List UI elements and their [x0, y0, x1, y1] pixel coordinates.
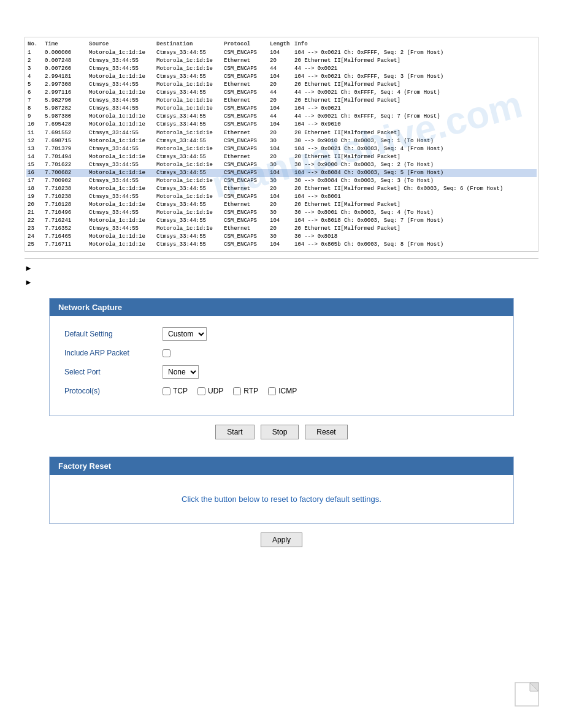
factory-reset-box: Factory Reset Click the button below to … [49, 457, 514, 524]
row-source: Ctmsys_33:44:55 [89, 161, 156, 169]
table-row: 42.994181Motorola_1c:1d:1eCtmsys_33:44:5… [26, 73, 537, 81]
row-protocol: CSM_ENCAPS [224, 241, 270, 249]
row-protocol: Ethernet [224, 97, 270, 105]
row-destination: Ctmsys_33:44:55 [156, 113, 224, 121]
row-info: 20 Ethernet II[Malformed Packet] [294, 153, 535, 161]
include-arp-checkbox[interactable] [163, 349, 170, 357]
tcp-checkbox[interactable] [163, 387, 170, 395]
row-protocol: CSM_ENCAPS [224, 169, 270, 177]
divider-1 [25, 258, 538, 259]
row-source: Ctmsys_33:44:55 [89, 129, 156, 137]
row-destination: Ctmsys_33:44:55 [156, 121, 224, 129]
table-row: 157.701622Ctmsys_33:44:55Motorola_1c:1d:… [26, 161, 537, 169]
row-length: 20 [270, 57, 294, 65]
arrow-right-icon-1: ► [25, 264, 33, 273]
arrow-item-2[interactable]: ► [25, 278, 538, 287]
row-info: 44 --> 0x0021 Ch: 0xFFFF, Seq: 4 (From H… [294, 89, 535, 97]
row-destination: Motorola_1c:1d:1e [156, 145, 224, 153]
icmp-protocol-item: ICMP [268, 387, 297, 395]
row-length: 104 [270, 193, 294, 201]
apply-button[interactable]: Apply [261, 533, 302, 547]
row-info: 30 --> 0x8001 Ch: 0x0003, Seq: 4 (To Hos… [294, 209, 535, 217]
row-time: 2.997308 [45, 81, 89, 89]
select-port-select[interactable]: None WAN LAN [163, 365, 199, 379]
row-source: Ctmsys_33:44:55 [89, 105, 156, 113]
row-info: 30 --> 0x8018 [294, 233, 535, 241]
table-row: 167.700682Motorola_1c:1d:1eCtmsys_33:44:… [26, 169, 537, 177]
row-protocol: Ethernet [224, 185, 270, 193]
row-time: 7.716241 [45, 217, 89, 225]
rtp-checkbox[interactable] [233, 387, 241, 395]
reset-button[interactable]: Reset [305, 425, 347, 439]
row-source: Ctmsys_33:44:55 [89, 81, 156, 89]
col-header-destination: Destination [156, 40, 224, 48]
include-arp-label: Include ARP Packet [64, 349, 163, 357]
row-protocol: CSM_ENCAPS [224, 209, 270, 217]
tcp-protocol-item: TCP [163, 387, 188, 395]
select-port-label: Select Port [64, 368, 163, 376]
arrow-right-icon-2: ► [25, 278, 33, 287]
table-row: 127.698715Motorola_1c:1d:1eCtmsys_33:44:… [26, 137, 537, 145]
table-row: 247.716465Motorola_1c:1d:1eCtmsys_33:44:… [26, 233, 537, 241]
row-no: 1 [28, 49, 45, 57]
row-time: 7.701379 [45, 145, 89, 153]
row-destination: Ctmsys_33:44:55 [156, 137, 224, 145]
row-source: Motorola_1c:1d:1e [89, 241, 156, 249]
row-protocol: Ethernet [224, 201, 270, 209]
row-info: 20 Ethernet II[Malformed Packet] [294, 57, 535, 65]
udp-checkbox[interactable] [197, 387, 205, 395]
row-time: 5.987380 [45, 113, 89, 121]
stop-button[interactable]: Stop [261, 425, 299, 439]
row-length: 30 [270, 161, 294, 169]
col-header-protocol: Protocol [224, 40, 270, 48]
network-capture-body: Default Setting Custom VoIP Data Include… [50, 316, 513, 415]
row-no: 21 [28, 209, 45, 217]
default-setting-label: Default Setting [64, 330, 163, 338]
row-length: 30 [270, 177, 294, 185]
arrow-item-1[interactable]: ► [25, 264, 538, 273]
row-time: 7.710238 [45, 185, 89, 193]
row-no: 24 [28, 233, 45, 241]
row-time: 7.698715 [45, 137, 89, 145]
row-source: Ctmsys_33:44:55 [89, 193, 156, 201]
row-length: 104 [270, 73, 294, 81]
row-destination: Ctmsys_33:44:55 [156, 73, 224, 81]
row-no: 13 [28, 145, 45, 153]
row-length: 44 [270, 113, 294, 121]
rtp-protocol-item: RTP [233, 387, 258, 395]
row-no: 15 [28, 161, 45, 169]
row-info: 30 --> 0x9000 Ch: 0x0003, Seq: 2 (To Hos… [294, 161, 535, 169]
include-arp-control [163, 349, 170, 357]
col-header-time: Time [45, 40, 89, 48]
table-row: 257.716711Motorola_1c:1d:1eCtmsys_33:44:… [26, 241, 537, 249]
default-setting-row: Default Setting Custom VoIP Data [64, 327, 499, 341]
row-destination: Motorola_1c:1d:1e [156, 161, 224, 169]
row-protocol: Ethernet [224, 81, 270, 89]
row-source: Motorola_1c:1d:1e [89, 113, 156, 121]
default-setting-select[interactable]: Custom VoIP Data [163, 327, 207, 341]
row-source: Motorola_1c:1d:1e [89, 73, 156, 81]
row-protocol: CSM_ENCAPS [224, 145, 270, 153]
row-no: 7 [28, 97, 45, 105]
row-source: Ctmsys_33:44:55 [89, 57, 156, 65]
table-row: 75.982790Ctmsys_33:44:55Motorola_1c:1d:1… [26, 97, 537, 105]
row-length: 20 [270, 97, 294, 105]
row-destination: Motorola_1c:1d:1e [156, 209, 224, 217]
network-capture-box: Network Capture Default Setting Custom V… [49, 298, 514, 416]
row-length: 30 [270, 209, 294, 217]
start-button[interactable]: Start [215, 425, 254, 439]
row-source: Ctmsys_33:44:55 [89, 177, 156, 185]
row-info: 44 --> 0x0021 [294, 65, 535, 73]
table-row: 237.716352Ctmsys_33:44:55Motorola_1c:1d:… [26, 225, 537, 233]
table-row: 137.701379Ctmsys_33:44:55Motorola_1c:1d:… [26, 145, 537, 153]
table-row: 95.987380Motorola_1c:1d:1eCtmsys_33:44:5… [26, 113, 537, 121]
row-no: 5 [28, 81, 45, 89]
icmp-checkbox[interactable] [268, 387, 276, 395]
row-protocol: Ethernet [224, 129, 270, 137]
row-length: 20 [270, 185, 294, 193]
row-info: 104 --> 0x805b Ch: 0x0003, Seq: 8 (From … [294, 241, 535, 249]
row-info: 104 --> 0x8018 Ch: 0x0003, Seq: 7 (From … [294, 217, 535, 225]
row-length: 44 [270, 65, 294, 73]
row-no: 14 [28, 153, 45, 161]
row-info: 20 Ethernet II[Malformed Packet] [294, 225, 535, 233]
